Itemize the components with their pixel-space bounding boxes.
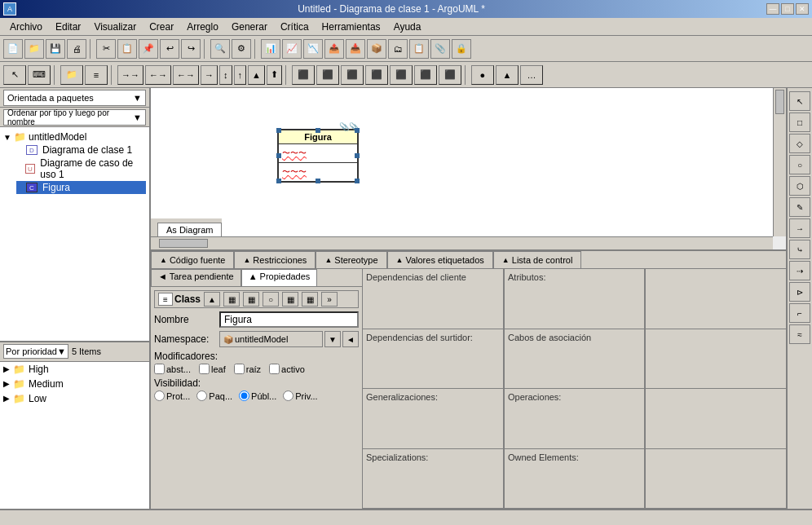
cb-activo-input[interactable] [269, 364, 280, 374]
select-tool[interactable]: ↖ [3, 65, 26, 85]
menu-ayuda[interactable]: Ayuda [387, 20, 428, 34]
menu-crear[interactable]: Crear [143, 20, 180, 34]
arrow-right3[interactable]: ←→ [173, 65, 199, 85]
rb-prot-input[interactable] [154, 390, 165, 401]
btn-t10[interactable]: 🔒 [452, 39, 471, 59]
maximize-button[interactable]: □ [781, 3, 794, 15]
diagram-list[interactable]: ≡ [85, 65, 108, 85]
rtool-12[interactable]: ≈ [789, 324, 810, 344]
rtool-10[interactable]: ⊳ [789, 282, 810, 302]
priority-item-medium[interactable]: ▶ 📁 Medium [0, 377, 149, 391]
align-center[interactable]: ⬛ [316, 65, 339, 85]
btn-t4[interactable]: 📤 [324, 39, 344, 59]
btn-t6[interactable]: 📦 [367, 39, 386, 59]
subtab-tarea[interactable]: ◄ Tarea pendiente [151, 269, 241, 286]
dist-vert[interactable]: ⬛ [439, 65, 461, 85]
btn-t2[interactable]: 📈 [282, 39, 302, 59]
rtool-1[interactable]: ↖ [789, 91, 810, 111]
btn-t3[interactable]: 📉 [303, 39, 323, 59]
close-button[interactable]: ✕ [796, 3, 809, 15]
rtool-9[interactable]: ⇢ [789, 261, 810, 280]
btn-t7[interactable]: 🗂 [388, 39, 408, 59]
rtool-2[interactable]: □ [789, 112, 810, 132]
btn-print[interactable]: 🖨 [67, 39, 86, 59]
tab-stereotype[interactable]: ▲ Stereotype [316, 251, 386, 268]
priority-item-high[interactable]: ▶ 📁 High [0, 362, 149, 377]
menu-generar[interactable]: Generar [225, 20, 274, 34]
arrow-up4[interactable]: ⬆ [267, 65, 282, 85]
btn-paste[interactable]: 📌 [139, 39, 158, 59]
tree-root[interactable]: ▼ 📁 untitledModel [3, 130, 146, 143]
btn-settings[interactable]: ⚙ [232, 39, 251, 59]
class-btn6[interactable]: ▦ [302, 292, 318, 307]
rb-paq-input[interactable] [196, 390, 207, 401]
tab-codigo-fuente[interactable]: ▲ Código fuente [151, 251, 234, 268]
subtab-propiedades[interactable]: ▲ Propiedades [241, 269, 318, 286]
dist-horiz[interactable]: ⬛ [414, 65, 437, 85]
arrow-up1[interactable]: ↕ [219, 65, 232, 85]
minimize-button[interactable]: — [766, 3, 779, 15]
btn-cut[interactable]: ✂ [96, 39, 116, 59]
align-bottom[interactable]: ⬛ [390, 65, 413, 85]
rtool-6[interactable]: ✎ [789, 197, 810, 217]
tree-figura[interactable]: C Figura [16, 181, 146, 194]
rtool-5[interactable]: ⬡ [789, 176, 810, 196]
arrow-up3[interactable]: ▲ [248, 65, 265, 85]
orientation-dropdown[interactable]: Orientada a paquetes ▼ [3, 90, 146, 106]
menu-herramientas[interactable]: Herramientas [316, 20, 387, 34]
sort-dropdown[interactable]: Ordenar por tipo y luego por nombre ▼ [3, 109, 146, 126]
tree-diagram-clase[interactable]: D Diagrama de clase 1 [16, 143, 146, 157]
menu-visualizar[interactable]: Visualizar [87, 20, 143, 34]
btn-undo[interactable]: ↩ [160, 39, 179, 59]
nombre-input[interactable] [219, 311, 359, 328]
arrow-up2[interactable]: ↑ [234, 65, 247, 85]
btn-t1[interactable]: 📊 [261, 39, 280, 59]
class-btn5[interactable]: ▦ [282, 292, 298, 307]
arrow-right2[interactable]: ←→ [145, 65, 171, 85]
rtool-11[interactable]: ⌐ [789, 303, 810, 323]
expand-icon[interactable]: ▼ [3, 133, 13, 142]
hscroll-thumb[interactable] [159, 239, 208, 248]
rtool-8[interactable]: ⤷ [789, 240, 810, 259]
menu-archivo[interactable]: Archivo [3, 20, 49, 34]
class-btn3[interactable]: ▦ [243, 292, 259, 307]
tree-usecase[interactable]: U Diagrame de caso de uso 1 [16, 157, 146, 181]
class-btn-more[interactable]: » [321, 292, 338, 307]
rb-publ-input[interactable] [239, 390, 249, 401]
tab-restricciones[interactable]: ▲ Restricciones [234, 251, 316, 268]
priority-item-low[interactable]: ▶ 📁 Low [0, 391, 149, 406]
rtool-4[interactable]: ○ [789, 155, 810, 174]
canvas-tab-as-diagram[interactable]: As Diagram [157, 223, 222, 236]
arrow-right4[interactable]: → [201, 65, 218, 85]
menu-critica[interactable]: Crítica [274, 20, 316, 34]
btn-copy[interactable]: 📋 [117, 39, 137, 59]
class-btn4[interactable]: ○ [263, 292, 279, 307]
arrow-right1[interactable]: →→ [117, 65, 143, 85]
btn-search[interactable]: 🔍 [210, 39, 230, 59]
rtool-7[interactable]: → [789, 218, 810, 238]
canvas-scrollable[interactable]: 📎📎 Figura 〜〜〜 〜〜〜 [151, 88, 773, 236]
btn-open[interactable]: 📁 [24, 39, 44, 59]
rb-priv-input[interactable] [283, 390, 293, 401]
canvas-scrollbar-h[interactable] [151, 236, 773, 249]
btn-t9[interactable]: 📎 [430, 39, 450, 59]
menu-editar[interactable]: Editar [49, 20, 87, 34]
triangle-tool[interactable]: ▲ [496, 65, 519, 85]
cb-abst-input[interactable] [154, 364, 165, 374]
circle-tool[interactable]: ● [471, 65, 494, 85]
align-left[interactable]: ⬛ [292, 65, 315, 85]
align-right[interactable]: ⬛ [341, 65, 364, 85]
vscroll-thumb[interactable] [775, 90, 784, 114]
ns-dropdown-btn[interactable]: ▼ [324, 331, 341, 347]
menu-arreglo[interactable]: Arreglo [180, 20, 225, 34]
class-btn2[interactable]: ▦ [223, 292, 240, 307]
tab-order-tool[interactable]: ⌨ [28, 65, 51, 85]
more-btn[interactable]: … [520, 65, 543, 85]
tab-valores[interactable]: ▲ Valores etiquetados [387, 251, 493, 268]
btn-save[interactable]: 💾 [46, 39, 65, 59]
cb-raiz-input[interactable] [234, 364, 245, 374]
btn-redo[interactable]: ↪ [181, 39, 201, 59]
uml-class-element[interactable]: 📎📎 Figura 〜〜〜 〜〜〜 [277, 129, 359, 183]
btn-t5[interactable]: 📥 [346, 39, 365, 59]
tab-lista-control[interactable]: ▲ Lista de control [493, 251, 582, 268]
